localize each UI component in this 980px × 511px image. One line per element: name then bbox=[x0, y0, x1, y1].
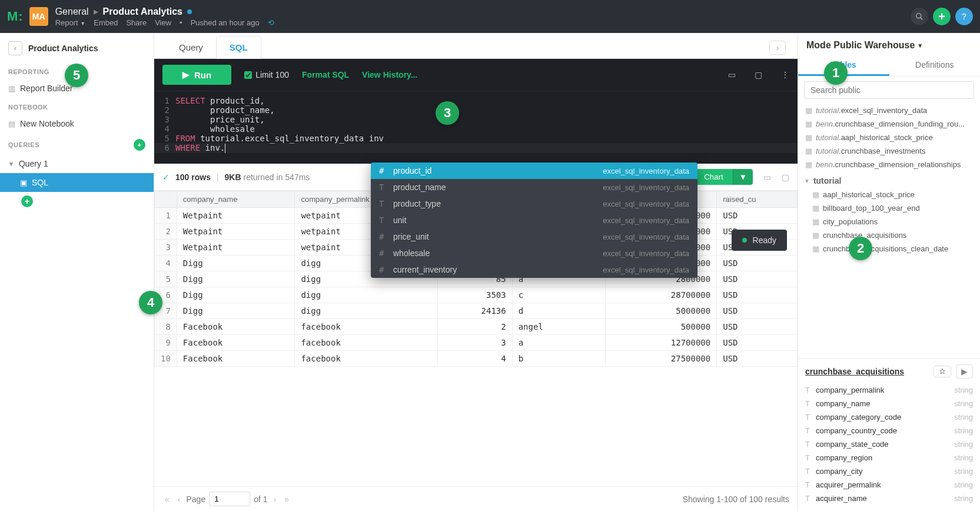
row-count: 100 rows bbox=[175, 172, 211, 182]
autocomplete-item[interactable]: #price_unitexcel_sql_inventory_data bbox=[371, 228, 697, 245]
menu-embed[interactable]: Embed bbox=[94, 18, 118, 27]
chevron-down-icon: ▼ bbox=[804, 178, 810, 184]
callout-5: 5 bbox=[65, 64, 88, 87]
sidebar-item-query1[interactable]: ▼ Query 1 bbox=[0, 154, 154, 173]
chart-button[interactable]: Chart ▼ bbox=[695, 169, 753, 185]
new-button[interactable]: + bbox=[933, 8, 951, 25]
menu-share[interactable]: Share bbox=[126, 18, 147, 27]
table-icon: ▦ bbox=[812, 204, 819, 213]
pin-button[interactable] bbox=[934, 366, 951, 377]
sidebar-title: Product Analytics bbox=[28, 44, 98, 53]
recent-table[interactable]: ▦tutorial.crunchbase_investments bbox=[798, 144, 980, 158]
schema-table-name[interactable]: crunchbase_acquisitions bbox=[805, 367, 904, 376]
chevron-down-icon: ▼ bbox=[917, 42, 923, 49]
help-button[interactable]: ? bbox=[955, 8, 973, 25]
view-history-link[interactable]: View History... bbox=[362, 70, 417, 79]
search-button[interactable] bbox=[911, 8, 928, 25]
tab-next-button[interactable]: › bbox=[769, 41, 786, 55]
schema-search-input[interactable] bbox=[804, 81, 974, 99]
schema-column[interactable]: Tcompany_category_codestring bbox=[805, 410, 973, 424]
breadcrumb-root[interactable]: General bbox=[55, 6, 89, 17]
recent-table[interactable]: ▦benn.crunchbase_dimension_funding_rou..… bbox=[798, 117, 980, 131]
limit-checkbox[interactable]: Limit 100 bbox=[244, 70, 289, 79]
recent-table[interactable]: ▦benn.crunchbase_dimension_relationships bbox=[798, 158, 980, 171]
warehouse-selector[interactable]: Mode Public Warehouse ▼ bbox=[798, 33, 980, 55]
callout-4: 4 bbox=[139, 291, 162, 314]
play-icon: ▶ bbox=[182, 69, 190, 80]
breadcrumb-leaf[interactable]: Product Analytics bbox=[103, 6, 182, 17]
pager-showing: Showing 1-100 of 100 results bbox=[683, 495, 789, 504]
tab-sql[interactable]: SQL bbox=[216, 36, 261, 59]
schema-table[interactable]: ▦crunchbase_acquisitions_clean_date bbox=[798, 242, 980, 256]
limit-checkbox-input[interactable] bbox=[244, 71, 252, 79]
autocomplete-item[interactable]: Tunitexcel_sql_inventory_data bbox=[371, 212, 697, 228]
menu-view[interactable]: View bbox=[155, 18, 171, 27]
run-button[interactable]: ▶ Run bbox=[162, 65, 231, 85]
menu-report[interactable]: Report ▼ bbox=[55, 18, 86, 27]
sync-icon[interactable]: ⟲ bbox=[268, 18, 274, 27]
left-sidebar: ‹ Product Analytics REPORTING ▥ Report B… bbox=[0, 33, 154, 511]
rp-tab-definitions[interactable]: Definitions bbox=[889, 55, 981, 76]
schema-table[interactable]: ▦crunchbase_acquisitions bbox=[798, 228, 980, 242]
page-next[interactable]: › bbox=[271, 495, 279, 504]
avatar[interactable]: MA bbox=[29, 7, 48, 26]
schema-column[interactable]: Tcompany_regionstring bbox=[805, 451, 973, 464]
back-button[interactable]: ‹ bbox=[8, 41, 22, 55]
more-icon[interactable]: ⋮ bbox=[781, 70, 789, 79]
status-ready: Ready bbox=[732, 230, 787, 251]
page-first[interactable]: « bbox=[162, 495, 172, 504]
recent-table[interactable]: ▦tutorial.aapl_historical_stock_price bbox=[798, 131, 980, 144]
table-row[interactable]: 9Facebookfacebook3a12700000USD bbox=[155, 335, 798, 351]
table-row[interactable]: 7Diggdigg24136d5000000USD bbox=[155, 303, 798, 319]
schema-table[interactable]: ▦city_populations bbox=[798, 215, 980, 228]
table-header[interactable]: raised_cu bbox=[717, 191, 798, 208]
add-subitem-button[interactable]: + bbox=[21, 195, 33, 207]
minimize-icon[interactable]: ▭ bbox=[728, 70, 736, 79]
maximize-icon[interactable]: ▢ bbox=[755, 70, 762, 79]
preview-button[interactable]: ▶ bbox=[956, 364, 973, 379]
mode-logo[interactable]: M: bbox=[7, 9, 24, 24]
schema-group[interactable]: ▼tutorial bbox=[798, 171, 980, 188]
schema-table[interactable]: ▦billboard_top_100_year_end bbox=[798, 201, 980, 215]
add-query-button[interactable]: + bbox=[134, 139, 145, 151]
table-header[interactable] bbox=[155, 191, 177, 208]
callout-1: 1 bbox=[824, 61, 848, 85]
autocomplete-popup: #product_idexcel_sql_inventory_dataTprod… bbox=[371, 162, 697, 278]
tab-query[interactable]: Query bbox=[166, 36, 216, 58]
sidebar-section-notebook: NOTEBOOK bbox=[0, 98, 154, 114]
table-icon: ▦ bbox=[805, 106, 812, 115]
schema-panel: Mode Public Warehouse ▼ Tables Definitio… bbox=[798, 33, 980, 511]
schema-column[interactable]: Tcompany_namestring bbox=[805, 397, 973, 410]
maximize-results-icon[interactable]: ▢ bbox=[782, 172, 789, 182]
autocomplete-item[interactable]: Tproduct_typeexcel_sql_inventory_data bbox=[371, 195, 697, 212]
table-row[interactable]: 8Facebookfacebook2angel500000USD bbox=[155, 319, 798, 335]
page-last[interactable]: » bbox=[282, 495, 291, 504]
sidebar-item-new-notebook[interactable]: ▤ New Notebook bbox=[0, 114, 154, 133]
autocomplete-item[interactable]: #wholesaleexcel_sql_inventory_data bbox=[371, 245, 697, 261]
recent-table[interactable]: ▦tutorial.excel_sql_inventory_data bbox=[798, 104, 980, 117]
sidebar-item-sql[interactable]: ▣ SQL bbox=[0, 173, 154, 192]
chevron-down-icon: ▼ bbox=[8, 161, 14, 167]
page-input[interactable] bbox=[209, 492, 250, 506]
autocomplete-item[interactable]: #product_idexcel_sql_inventory_data bbox=[371, 162, 697, 179]
schema-column[interactable]: Tcompany_permalinkstring bbox=[805, 383, 973, 397]
table-icon: ▦ bbox=[805, 120, 812, 128]
schema-table[interactable]: ▦aapl_historical_stock_price bbox=[798, 188, 980, 201]
table-row[interactable]: 10Facebookfacebook4b27500000USD bbox=[155, 351, 798, 367]
code-area[interactable]: 1SELECT product_id, 2 product_name, 3 pr… bbox=[154, 91, 798, 164]
minimize-results-icon[interactable]: ▭ bbox=[763, 172, 771, 182]
schema-column[interactable]: Tacquirer_namestring bbox=[805, 492, 973, 505]
format-sql-link[interactable]: Format SQL bbox=[302, 70, 349, 79]
schema-column[interactable]: Tacquirer_permalinkstring bbox=[805, 478, 973, 492]
table-icon: ▦ bbox=[812, 231, 819, 240]
table-row[interactable]: 6Diggdigg3503c28700000USD bbox=[155, 287, 798, 303]
schema-column[interactable]: Tcompany_state_codestring bbox=[805, 437, 973, 451]
autocomplete-item[interactable]: #current_inventoryexcel_sql_inventory_da… bbox=[371, 261, 697, 278]
schema-column[interactable]: Tcompany_citystring bbox=[805, 464, 973, 478]
chart-dropdown[interactable]: ▼ bbox=[733, 169, 753, 185]
table-header[interactable]: company_name bbox=[177, 191, 295, 208]
schema-column[interactable]: Tcompany_country_codestring bbox=[805, 424, 973, 437]
page-prev[interactable]: ‹ bbox=[175, 495, 183, 504]
autocomplete-item[interactable]: Tproduct_nameexcel_sql_inventory_data bbox=[371, 179, 697, 195]
pushed-status: Pushed an hour ago bbox=[191, 18, 260, 27]
